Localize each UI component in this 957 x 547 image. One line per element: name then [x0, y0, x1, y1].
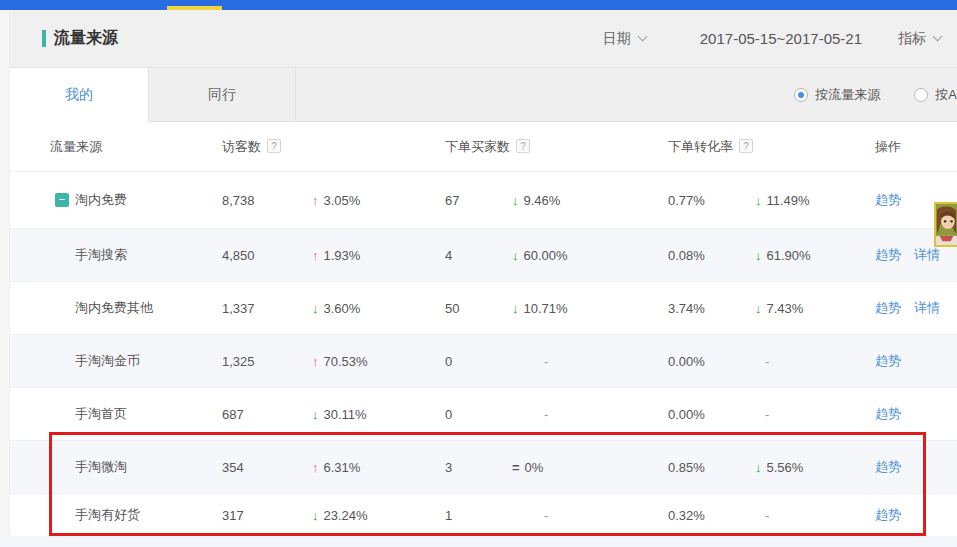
cell-actions: 趋势	[865, 405, 957, 423]
help-icon[interactable]: ?	[739, 139, 753, 153]
action-trend-link[interactable]: 趋势	[875, 191, 901, 209]
action-detail-link[interactable]: 详情	[914, 299, 940, 317]
cell-visitors-change: ↑6.31%	[312, 460, 445, 475]
source-name: 手淘搜索	[75, 246, 127, 264]
action-detail-link[interactable]: 详情	[914, 246, 940, 264]
cell-visitors: 1,337	[222, 301, 312, 316]
table-row: − 手淘淘金币 1,325 ↑70.53% 0 - 0.00% - 趋势	[10, 334, 957, 387]
cell-visitors: 687	[222, 407, 312, 422]
arrow-down-icon: ↓	[755, 193, 762, 208]
metric-dropdown-label: 指标	[898, 30, 926, 48]
help-icon[interactable]: ?	[267, 139, 281, 153]
cell-source: − 手淘淘金币	[10, 352, 222, 370]
arrow-down-icon: ↓	[755, 301, 762, 316]
title-accent-bar	[42, 30, 46, 47]
cell-visitors: 1,325	[222, 354, 312, 369]
help-icon[interactable]: ?	[516, 139, 530, 153]
table-row: − 淘内免费 8,738 ↑3.05% 67 ↓9.46% 0.77% ↓11.…	[10, 172, 957, 228]
col-header-source: 流量来源	[10, 138, 222, 156]
cell-conversion: 0.77%	[668, 193, 755, 208]
arrow-up-icon: ↑	[312, 354, 319, 369]
tab-bar: 我的 同行 按流量来源 按A	[10, 67, 957, 122]
cell-conversion-change: ↓7.43%	[755, 301, 865, 316]
action-trend-link[interactable]: 趋势	[875, 458, 901, 476]
arrow-up-icon: ↑	[312, 248, 319, 263]
cell-visitors-change: ↓30.11%	[312, 407, 445, 422]
cell-actions: 趋势	[865, 506, 957, 524]
col-header-visitors: 访客数?	[222, 138, 445, 156]
cell-actions: 趋势详情	[865, 246, 957, 264]
radio-by-a-label: 按A	[935, 86, 957, 104]
no-change-dash: -	[544, 508, 548, 523]
cell-visitors-change: ↑1.93%	[312, 248, 445, 263]
left-margin-strip	[0, 10, 10, 547]
arrow-down-icon: ↓	[512, 193, 519, 208]
header-controls: 日期 2017-05-15~2017-05-21 指标	[603, 30, 941, 48]
tab-bar-right: 按流量来源 按A	[296, 68, 957, 121]
radio-unselected-icon	[914, 88, 928, 102]
cell-buyers-change: -	[512, 407, 668, 422]
radio-by-traffic-source-label: 按流量来源	[815, 86, 880, 104]
action-trend-link[interactable]: 趋势	[875, 352, 901, 370]
cell-conversion: 0.00%	[668, 354, 755, 369]
cell-visitors: 8,738	[222, 193, 312, 208]
action-trend-link[interactable]: 趋势	[875, 506, 901, 524]
col-header-conversion: 下单转化率?	[668, 138, 865, 156]
cell-buyers-change: =0%	[512, 460, 668, 475]
table-row: − 手淘有好货 317 ↓23.24% 1 - 0.32% - 趋势	[10, 493, 957, 536]
cell-visitors: 4,850	[222, 248, 312, 263]
traffic-source-panel: 流量来源 日期 2017-05-15~2017-05-21 指标 我的 同行 按…	[10, 10, 957, 536]
cell-visitors: 354	[222, 460, 312, 475]
source-name: 淘内免费	[75, 191, 127, 209]
flat-icon: =	[512, 460, 520, 475]
date-dropdown[interactable]: 日期	[603, 30, 646, 48]
source-name: 手淘微淘	[75, 458, 127, 476]
radio-by-traffic-source[interactable]: 按流量来源	[794, 86, 880, 104]
arrow-down-icon: ↓	[512, 301, 519, 316]
table-header: 流量来源 访客数? 下单买家数? 下单转化率? 操作	[10, 122, 957, 172]
table-row: − 手淘首页 687 ↓30.11% 0 - 0.00% - 趋势	[10, 387, 957, 440]
top-navbar	[0, 0, 957, 10]
avatar-illustration	[936, 204, 957, 245]
radio-selected-icon	[794, 88, 808, 102]
table-row: − 手淘搜索 4,850 ↑1.93% 4 ↓60.00% 0.08% ↓61.…	[10, 228, 957, 281]
no-change-dash: -	[544, 354, 548, 369]
cell-visitors-change: ↑70.53%	[312, 354, 445, 369]
cell-conversion-change: -	[755, 407, 865, 422]
chevron-down-icon	[637, 31, 647, 41]
arrow-up-icon: ↑	[312, 460, 319, 475]
cell-buyers: 1	[445, 508, 512, 523]
arrow-down-icon: ↓	[312, 508, 319, 523]
cell-conversion: 0.00%	[668, 407, 755, 422]
avatar[interactable]	[934, 202, 957, 247]
cell-buyers-change: ↓10.71%	[512, 301, 668, 316]
cell-actions: 趋势	[865, 352, 957, 370]
bottom-strip	[0, 536, 957, 547]
chevron-down-icon	[933, 31, 943, 41]
tab-mine[interactable]: 我的	[10, 68, 149, 122]
col-header-buyers: 下单买家数?	[445, 138, 668, 156]
collapse-minus-icon[interactable]: −	[55, 193, 69, 207]
no-change-dash: -	[765, 354, 769, 369]
col-header-actions: 操作	[865, 138, 957, 156]
cell-buyers-change: ↓60.00%	[512, 248, 668, 263]
metric-dropdown[interactable]: 指标	[898, 30, 941, 48]
action-trend-link[interactable]: 趋势	[875, 246, 901, 264]
table-body: − 淘内免费 8,738 ↑3.05% 67 ↓9.46% 0.77% ↓11.…	[10, 172, 957, 536]
cell-visitors: 317	[222, 508, 312, 523]
cell-buyers: 4	[445, 248, 512, 263]
active-nav-indicator	[167, 6, 222, 10]
action-trend-link[interactable]: 趋势	[875, 405, 901, 423]
arrow-down-icon: ↓	[755, 460, 762, 475]
cell-buyers-change: ↓9.46%	[512, 193, 668, 208]
cell-conversion-change: -	[755, 354, 865, 369]
cell-source: − 淘内免费其他	[10, 299, 222, 317]
radio-by-a[interactable]: 按A	[914, 86, 957, 104]
action-trend-link[interactable]: 趋势	[875, 299, 901, 317]
title-wrap: 流量来源	[42, 28, 118, 49]
no-change-dash: -	[765, 508, 769, 523]
cell-conversion-change: ↓61.90%	[755, 248, 865, 263]
date-range-value[interactable]: 2017-05-15~2017-05-21	[700, 30, 862, 47]
tab-peers[interactable]: 同行	[149, 68, 296, 121]
arrow-down-icon: ↓	[312, 301, 319, 316]
